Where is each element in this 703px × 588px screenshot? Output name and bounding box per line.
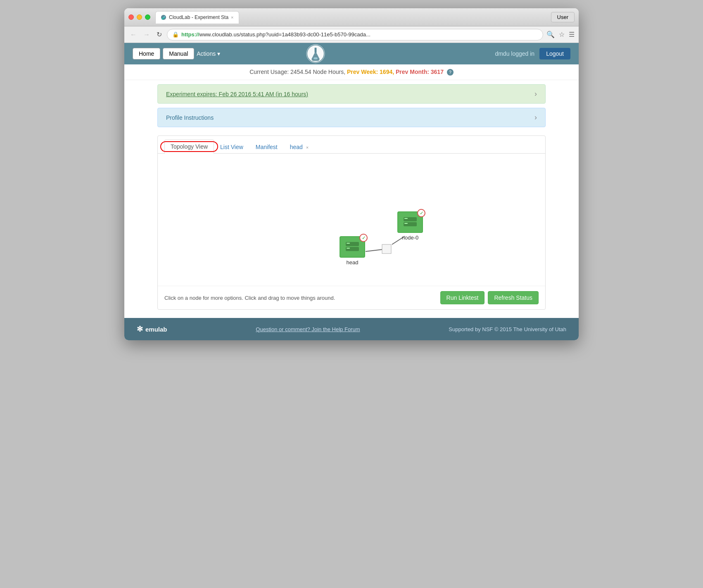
url-text: https://www.cloudlab.us/status.php?uuid=…	[181, 31, 370, 38]
svg-point-5	[314, 57, 318, 59]
head-box: ✓	[340, 236, 365, 258]
content-area: Current Usage: 2454.54 Node Hours, Prev …	[124, 64, 579, 310]
node-0-check-badge: ✓	[417, 209, 425, 217]
reload-button[interactable]: ↻	[155, 30, 164, 39]
profile-instructions-banner[interactable]: Profile Instructions ›	[157, 108, 546, 127]
topology-tab-wrapper: Topology View	[164, 143, 214, 150]
home-button[interactable]: Home	[133, 48, 160, 59]
profile-instructions-text: Profile Instructions	[166, 114, 214, 121]
topology-connections-svg	[158, 154, 545, 286]
manifest-tab[interactable]: Manifest	[249, 140, 284, 154]
emulab-logo-icon: ✻	[137, 325, 143, 334]
node-0-box: ✓	[397, 211, 423, 233]
svg-line-6	[366, 249, 383, 251]
logout-button[interactable]: Logout	[539, 48, 570, 59]
head-tab[interactable]: head ×	[284, 140, 315, 154]
url-bar[interactable]: 🔒 https://www.cloudlab.us/status.php?uui…	[167, 29, 543, 40]
svg-rect-4	[314, 48, 316, 53]
back-button[interactable]: ←	[128, 30, 138, 39]
browser-window: 🧪 CloudLab - Experiment Sta × User ← → ↻…	[124, 8, 579, 340]
svg-rect-11	[404, 222, 417, 226]
tab-title: CloudLab - Experiment Sta	[169, 14, 228, 20]
topology-canvas[interactable]: ✓ node-0 ✓	[158, 154, 545, 286]
search-icon[interactable]: 🔍	[546, 31, 555, 38]
expiry-banner[interactable]: Experiment expires: Feb 26 2016 5:41 AM …	[157, 84, 546, 104]
traffic-light-red[interactable]	[128, 14, 134, 20]
list-view-tab[interactable]: List View	[214, 140, 249, 154]
manual-button[interactable]: Manual	[163, 48, 194, 59]
run-linktest-button[interactable]: Run Linktest	[440, 291, 485, 304]
traffic-lights	[128, 14, 150, 20]
panel-tabs: Topology View List View Manifest head ×	[158, 136, 545, 154]
prev-week-text: Prev Week: 1694,	[347, 69, 394, 75]
refresh-status-button[interactable]: Refresh Status	[488, 291, 539, 304]
svg-rect-16	[347, 248, 350, 249]
address-bar: ← → ↻ 🔒 https://www.cloudlab.us/status.p…	[124, 26, 579, 43]
nav-user-text: dmdu logged in	[495, 50, 534, 57]
current-usage-text: Current Usage: 2454.54 Node Hours,	[249, 69, 345, 75]
svg-rect-10	[404, 218, 408, 219]
node-node-0[interactable]: ✓ node-0	[397, 211, 423, 241]
page-footer: ✻ emulab Question or comment? Join the H…	[124, 318, 579, 340]
menu-icon[interactable]: ☰	[569, 31, 575, 38]
title-bar: 🧪 CloudLab - Experiment Sta × User	[124, 8, 579, 26]
footer-emulab: ✻ emulab	[137, 325, 167, 334]
main-panel: Topology View List View Manifest head ×	[157, 135, 546, 310]
address-icons: 🔍 ☆ ☰	[546, 31, 575, 38]
traffic-light-green[interactable]	[145, 14, 150, 20]
bookmark-icon[interactable]: ☆	[559, 31, 565, 38]
head-check-badge: ✓	[359, 234, 368, 242]
svg-rect-9	[404, 217, 417, 221]
svg-rect-8	[382, 244, 391, 254]
actions-dropdown-button[interactable]: Actions ▾	[197, 50, 220, 57]
forward-button[interactable]: →	[142, 30, 152, 39]
profile-instructions-arrow: ›	[534, 113, 537, 122]
panel-footer-buttons: Run Linktest Refresh Status	[440, 291, 539, 304]
usage-bar: Current Usage: 2454.54 Node Hours, Prev …	[124, 64, 579, 80]
browser-tab[interactable]: 🧪 CloudLab - Experiment Sta ×	[155, 11, 239, 24]
usage-help-icon[interactable]: ?	[447, 69, 454, 76]
nav-logo	[305, 43, 326, 64]
topology-view-tab[interactable]: Topology View	[164, 140, 214, 154]
tab-close-btn[interactable]: ×	[231, 15, 233, 20]
node-0-server-icon	[403, 216, 418, 228]
secure-icon: 🔒	[172, 31, 179, 38]
cloudlab-logo-icon	[306, 44, 325, 64]
svg-rect-12	[404, 223, 408, 224]
notification-banners: Experiment expires: Feb 26 2016 5:41 AM …	[124, 80, 579, 131]
user-button[interactable]: User	[551, 12, 575, 22]
expiry-banner-arrow: ›	[534, 90, 537, 98]
panel-footer-hint: Click on a node for more options. Click …	[164, 295, 335, 301]
emulab-label: emulab	[145, 326, 167, 333]
node-0-label: node-0	[397, 235, 423, 241]
expiry-banner-link[interactable]: Experiment expires: Feb 26 2016 5:41 AM …	[166, 91, 308, 97]
panel-footer: Click on a node for more options. Click …	[158, 286, 545, 309]
svg-rect-14	[347, 243, 350, 244]
head-label: head	[340, 259, 365, 266]
tab-icon: 🧪	[161, 14, 166, 20]
svg-rect-15	[346, 247, 359, 251]
svg-text:🧪: 🧪	[162, 16, 166, 20]
tab-bar: 🧪 CloudLab - Experiment Sta ×	[155, 11, 551, 24]
node-head[interactable]: ✓ head	[340, 236, 365, 266]
main-nav: Home Manual Actions ▾ dmdu logged in Log…	[124, 43, 579, 64]
actions-label: Actions	[197, 50, 216, 57]
traffic-light-yellow[interactable]	[137, 14, 142, 20]
head-server-icon	[345, 241, 360, 253]
footer-question-text[interactable]: Question or comment? Join the Help Forum	[256, 326, 360, 332]
prev-month-text: Prev Month: 3617	[396, 69, 444, 75]
head-tab-close[interactable]: ×	[306, 145, 309, 150]
footer-supported-text: Supported by NSF © 2015 The University o…	[449, 326, 566, 332]
svg-rect-13	[346, 242, 359, 246]
actions-arrow-icon: ▾	[217, 50, 220, 57]
